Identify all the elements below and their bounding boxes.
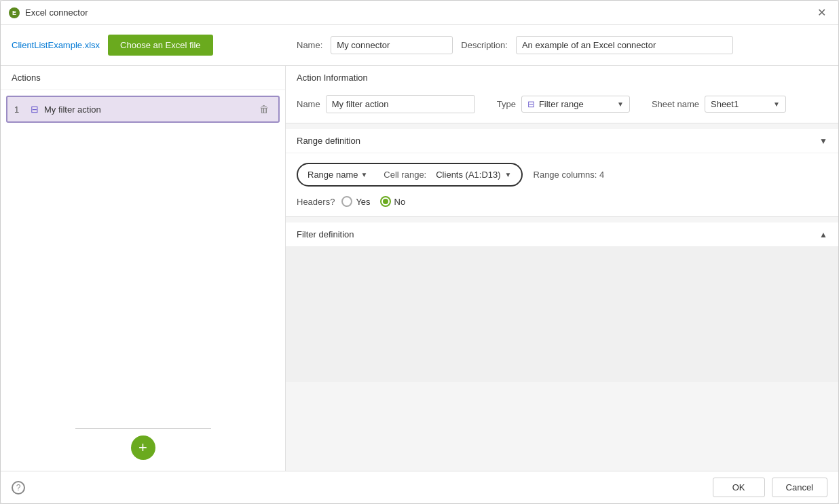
range-definition-header[interactable]: Range definition ▼ [286,129,838,153]
add-action-button[interactable]: + [131,435,155,460]
range-columns-label: Range columns: 4 [534,170,605,180]
type-select[interactable]: ⊟ Filter range ▼ [521,96,630,113]
range-outline-box: Range name ▼ Cell range: Clients (A1:D13… [297,163,523,187]
radio-group: Yes No [341,196,405,207]
range-definition-section: Range definition ▼ Range name ▼ Cell ran… [286,129,838,217]
action-item[interactable]: 1 ⊟ My filter action 🗑 [6,96,280,123]
sheet-field: Sheet name Sheet1 ▼ [652,96,786,113]
filter-definition-content [286,246,838,382]
top-section: ClientListExample.xlsx Choose an Excel f… [1,25,838,66]
bottom-buttons: OK Cancel [713,478,827,497]
main-content: Actions 1 ⊟ My filter action 🗑 + Action … [1,66,838,471]
filter-definition-section: Filter definition ▲ [286,222,838,382]
action-name-input[interactable] [326,95,475,113]
sheet-dropdown-arrow: ▼ [773,100,780,108]
title-bar-left: E Excel connector [9,7,88,18]
headers-label: Headers? [297,197,335,207]
left-footer: + [1,428,285,460]
help-button[interactable]: ? [12,481,25,495]
dialog-title: Excel connector [25,7,88,18]
cell-range-select[interactable]: Clients (A1:D13) ▼ [430,167,517,182]
desc-label: Description: [461,40,508,50]
type-select-text: Filter range [539,99,613,109]
range-controls: Range name ▼ Cell range: Clients (A1:D13… [297,163,827,187]
choose-file-button[interactable]: Choose an Excel file [108,35,213,56]
name-label: Name: [297,40,322,50]
headers-no-radio[interactable]: No [380,196,406,207]
sheet-label: Sheet name [652,99,699,109]
excel-connector-dialog: E Excel connector ✕ ClientListExample.xl… [0,0,839,504]
type-field: Type ⊟ Filter range ▼ [497,96,630,113]
headers-yes-radio[interactable]: Yes [341,196,370,207]
cancel-button[interactable]: Cancel [772,478,827,497]
no-radio-circle [380,196,391,207]
connector-desc-input[interactable] [516,36,733,54]
action-info-content: Name Type ⊟ Filter range ▼ [286,90,838,123]
cell-range-arrow: ▼ [505,171,512,178]
left-top: ClientListExample.xlsx Choose an Excel f… [12,35,297,56]
type-dropdown-arrow: ▼ [617,100,624,108]
close-button[interactable]: ✕ [813,6,830,20]
actions-list: 1 ⊟ My filter action 🗑 [1,90,285,428]
action-info-row: Name Type ⊟ Filter range ▼ [297,95,827,113]
ok-button[interactable]: OK [713,478,765,497]
yes-radio-label: Yes [356,197,370,207]
filter-definition-header[interactable]: Filter definition ▲ [286,222,838,246]
action-info-section: Action Information Name Type ⊟ Filter ra… [286,66,838,123]
range-name-text: Range name [307,170,358,180]
delete-action-button[interactable]: 🗑 [257,102,272,116]
right-top: Name: Description: [297,36,827,54]
cell-range-label: Cell range: [384,170,426,180]
filter-definition-title: Filter definition [297,229,354,239]
cell-range-text: Clients (A1:D13) [436,170,500,180]
title-bar: E Excel connector ✕ [1,1,838,25]
action-number: 1 [14,104,25,115]
range-name-arrow: ▼ [360,171,367,178]
range-definition-title: Range definition [297,136,360,146]
filter-icon: ⊟ [31,104,39,115]
sheet-select-text: Sheet1 [711,99,769,109]
no-radio-label: No [394,197,406,207]
left-divider [75,428,211,429]
action-name-field: Name [297,95,475,113]
app-icon: E [9,7,20,18]
sheet-select[interactable]: Sheet1 ▼ [705,96,786,113]
bottom-bar: ? OK Cancel [1,471,838,503]
type-icon: ⊟ [527,99,535,109]
range-name-select[interactable]: Range name ▼ [302,167,373,182]
range-chevron-down: ▼ [819,136,827,146]
no-radio-dot [383,199,388,204]
filter-chevron-up: ▲ [819,230,827,239]
actions-header: Actions [1,66,285,90]
range-definition-content: Range name ▼ Cell range: Clients (A1:D13… [286,153,838,216]
right-panel: Action Information Name Type ⊟ Filter ra… [286,66,838,471]
yes-radio-circle [341,196,352,207]
type-label: Type [497,99,516,109]
headers-row: Headers? Yes No [297,196,827,207]
left-panel: Actions 1 ⊟ My filter action 🗑 + [1,66,286,471]
action-info-header: Action Information [286,66,838,90]
file-link[interactable]: ClientListExample.xlsx [12,40,100,50]
action-name: My filter action [44,104,251,115]
action-name-label: Name [297,99,320,109]
connector-name-input[interactable] [331,36,453,54]
